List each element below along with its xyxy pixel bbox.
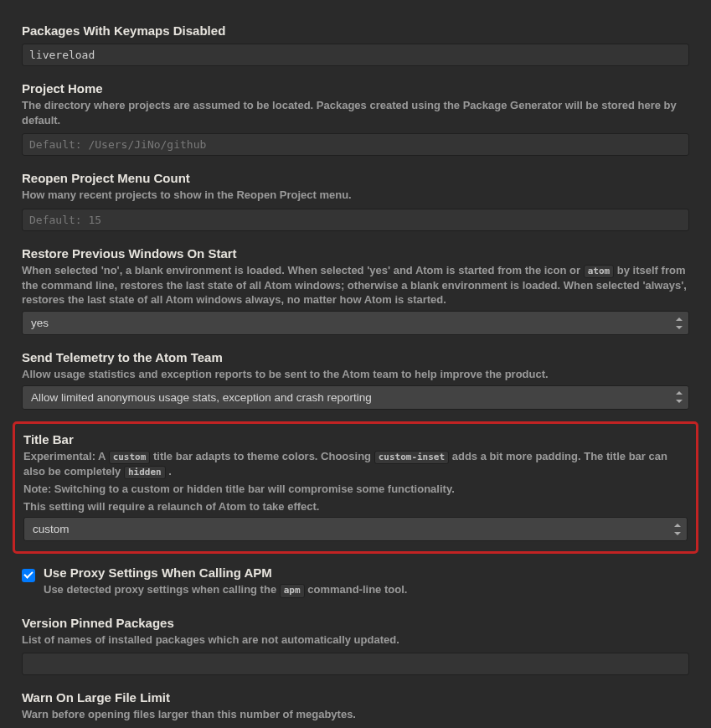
setting-title: Warn On Large File Limit <box>22 690 689 705</box>
telemetry-select-wrap[interactable]: Allow limited anonymous usage stats, exc… <box>22 385 689 410</box>
desc-text: . <box>166 465 172 478</box>
setting-title: Version Pinned Packages <box>22 616 689 630</box>
desc-text: command-line tool. <box>305 583 408 596</box>
setting-warn-large-file: Warn On Large File Limit Warn before ope… <box>22 690 689 728</box>
setting-description: The directory where projects are assumed… <box>22 98 689 127</box>
setting-note: This setting will require a relaunch of … <box>23 499 688 514</box>
setting-description: How many recent projects to show in the … <box>22 188 689 203</box>
desc-text: Experimental: A <box>23 450 109 462</box>
reopen-count-input[interactable] <box>22 209 689 231</box>
setting-reopen-project-count: Reopen Project Menu Count How many recen… <box>22 171 689 231</box>
setting-title: Restore Previous Windows On Start <box>22 246 689 261</box>
restore-windows-select-wrap[interactable]: yes <box>22 311 689 335</box>
title-bar-select-wrap[interactable]: custom <box>23 517 688 541</box>
code-pill-custom-inset: custom-inset <box>374 451 449 464</box>
setting-title: Title Bar <box>23 432 688 447</box>
title-bar-select[interactable]: custom <box>23 517 688 541</box>
code-pill-apm: apm <box>280 584 305 597</box>
setting-title: Send Telemetry to the Atom Team <box>22 350 689 364</box>
setting-description: List of names of installed packages whic… <box>22 632 689 648</box>
version-pinned-input[interactable] <box>22 653 689 675</box>
setting-description: Allow usage statistics and exception rep… <box>22 367 689 382</box>
setting-use-proxy: Use Proxy Settings When Calling APM Use … <box>22 565 689 600</box>
code-pill-hidden: hidden <box>124 466 166 479</box>
setting-note: Note: Switching to a custom or hidden ti… <box>23 482 688 497</box>
project-home-input[interactable] <box>22 133 689 156</box>
packages-keymaps-input[interactable] <box>22 44 689 66</box>
use-proxy-checkbox[interactable] <box>22 569 35 582</box>
setting-title: Use Proxy Settings When Calling APM <box>44 565 689 580</box>
highlighted-setting-title-bar: Title Bar Experimental: A custom title b… <box>13 421 698 555</box>
setting-restore-windows: Restore Previous Windows On Start When s… <box>22 246 689 335</box>
desc-text: Use detected proxy settings when calling… <box>44 583 280 596</box>
checkbox-content: Use Proxy Settings When Calling APM Use … <box>44 565 689 600</box>
setting-project-home: Project Home The directory where project… <box>22 81 689 156</box>
setting-description: Experimental: A custom title bar adapts … <box>23 449 688 480</box>
setting-title: Packages With Keymaps Disabled <box>22 23 689 38</box>
setting-version-pinned: Version Pinned Packages List of names of… <box>22 616 689 676</box>
setting-title: Reopen Project Menu Count <box>22 171 689 185</box>
desc-text: When selected 'no', a blank environment … <box>22 264 584 276</box>
setting-telemetry: Send Telemetry to the Atom Team Allow us… <box>22 350 689 410</box>
setting-title: Project Home <box>22 81 689 96</box>
telemetry-select[interactable]: Allow limited anonymous usage stats, exc… <box>22 385 689 410</box>
setting-description: When selected 'no', a blank environment … <box>22 263 689 307</box>
setting-description: Use detected proxy settings when calling… <box>44 582 689 597</box>
restore-windows-select[interactable]: yes <box>22 311 689 335</box>
code-pill-custom: custom <box>109 451 151 464</box>
code-pill-atom: atom <box>584 265 615 278</box>
desc-text: title bar adapts to theme colors. Choosi… <box>150 450 374 462</box>
setting-description: Warn before opening files larger than th… <box>22 707 689 722</box>
setting-packages-keymaps-disabled: Packages With Keymaps Disabled <box>22 23 689 66</box>
